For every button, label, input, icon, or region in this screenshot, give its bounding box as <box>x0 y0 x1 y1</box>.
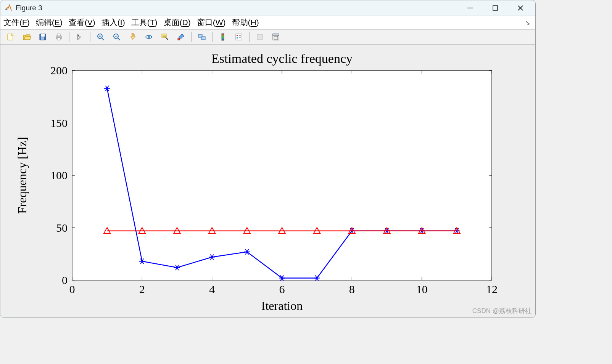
x-tick-label: 2 <box>139 283 145 295</box>
show-plot-tools-button[interactable] <box>269 30 283 43</box>
svg-line-16 <box>118 38 120 40</box>
menu-overflow-icon[interactable]: ↘ <box>525 19 532 26</box>
data-cursor-button[interactable] <box>158 30 172 43</box>
svg-rect-26 <box>222 34 224 40</box>
menu-edit[interactable]: 编辑(E) <box>36 17 63 28</box>
x-tick-label: 6 <box>279 283 285 295</box>
minimize-button[interactable] <box>464 2 476 14</box>
svg-point-19 <box>148 36 150 38</box>
print-button[interactable] <box>52 30 66 43</box>
y-tick-label: 150 <box>50 117 68 129</box>
x-tick-label: 10 <box>416 283 428 295</box>
svg-rect-20 <box>162 34 166 38</box>
chart-title: Estimated cyclic frequency <box>211 51 353 66</box>
axes-container: Estimated cyclic frequency02468101205010… <box>3 48 532 314</box>
y-axis-label: Frequency [Hz] <box>15 137 29 214</box>
figure-canvas: Estimated cyclic frequency02468101205010… <box>0 45 535 317</box>
svg-rect-7 <box>41 37 44 40</box>
zoom-in-button[interactable] <box>93 30 108 43</box>
save-button[interactable] <box>35 30 50 43</box>
y-tick-label: 200 <box>50 64 68 77</box>
svg-rect-10 <box>57 38 60 40</box>
insert-legend-button[interactable] <box>232 30 246 43</box>
open-button[interactable] <box>19 30 34 43</box>
svg-rect-32 <box>257 34 263 40</box>
titlebar: Figure 3 <box>0 0 535 16</box>
y-tick-label: 100 <box>50 169 68 181</box>
window-controls <box>464 2 531 14</box>
svg-rect-34 <box>273 34 279 35</box>
toolbar-separator <box>191 32 192 42</box>
svg-rect-29 <box>237 37 238 38</box>
y-tick-label: 50 <box>56 221 68 234</box>
figure-window: Figure 3 文件(F) 编辑(E) 查看(V) 插入(I) 工具(T) 桌… <box>0 0 536 318</box>
svg-line-12 <box>102 38 104 40</box>
menu-file[interactable]: 文件(F) <box>3 17 30 28</box>
svg-rect-9 <box>57 34 60 36</box>
insert-colorbar-button[interactable] <box>216 30 230 43</box>
toolbar-separator <box>90 32 90 42</box>
svg-rect-25 <box>201 37 205 40</box>
zoom-out-button[interactable] <box>110 30 124 43</box>
menu-help[interactable]: 帮助(H) <box>232 17 259 28</box>
menu-view[interactable]: 查看(V) <box>69 17 95 28</box>
brush-button[interactable] <box>174 30 188 43</box>
x-tick-label: 0 <box>69 283 75 295</box>
svg-rect-23 <box>178 38 180 40</box>
watermark-text: CSDN @荔枝科研社 <box>472 306 531 315</box>
link-data-button[interactable] <box>195 30 209 43</box>
menu-tools[interactable]: 工具(T) <box>131 17 158 28</box>
titlebar-left: Figure 3 <box>4 4 42 12</box>
menubar: 文件(F) 编辑(E) 查看(V) 插入(I) 工具(T) 桌面(D) 窗口(W… <box>0 16 535 30</box>
svg-rect-1 <box>493 6 498 10</box>
x-tick-label: 8 <box>349 283 355 295</box>
matlab-icon <box>4 4 13 12</box>
new-figure-button[interactable] <box>3 30 18 43</box>
svg-rect-28 <box>237 35 238 36</box>
hide-plot-tools-button[interactable] <box>253 30 267 43</box>
x-tick-label: 12 <box>486 283 498 295</box>
svg-rect-6 <box>41 34 45 37</box>
pan-button[interactable] <box>126 30 140 43</box>
axes[interactable]: Estimated cyclic frequency02468101205010… <box>3 48 532 314</box>
axes-box <box>72 71 492 280</box>
window-title: Figure 3 <box>16 4 42 12</box>
toolbar-separator <box>249 32 250 42</box>
edit-plot-button[interactable] <box>72 30 87 43</box>
toolbar <box>0 30 535 45</box>
maximize-button[interactable] <box>490 2 501 14</box>
x-axis-label: Iteration <box>261 299 303 313</box>
menu-window[interactable]: 窗口(W) <box>197 17 226 28</box>
toolbar-separator <box>69 32 69 42</box>
svg-rect-35 <box>274 36 278 39</box>
y-tick-label: 0 <box>62 274 68 286</box>
rotate-3d-button[interactable] <box>142 30 156 43</box>
close-button[interactable] <box>515 2 526 14</box>
menu-insert[interactable]: 插入(I) <box>101 17 125 28</box>
x-tick-label: 4 <box>209 283 215 295</box>
toolbar-separator <box>212 32 213 42</box>
svg-rect-27 <box>236 34 242 40</box>
menu-desktop[interactable]: 桌面(D) <box>164 17 191 28</box>
